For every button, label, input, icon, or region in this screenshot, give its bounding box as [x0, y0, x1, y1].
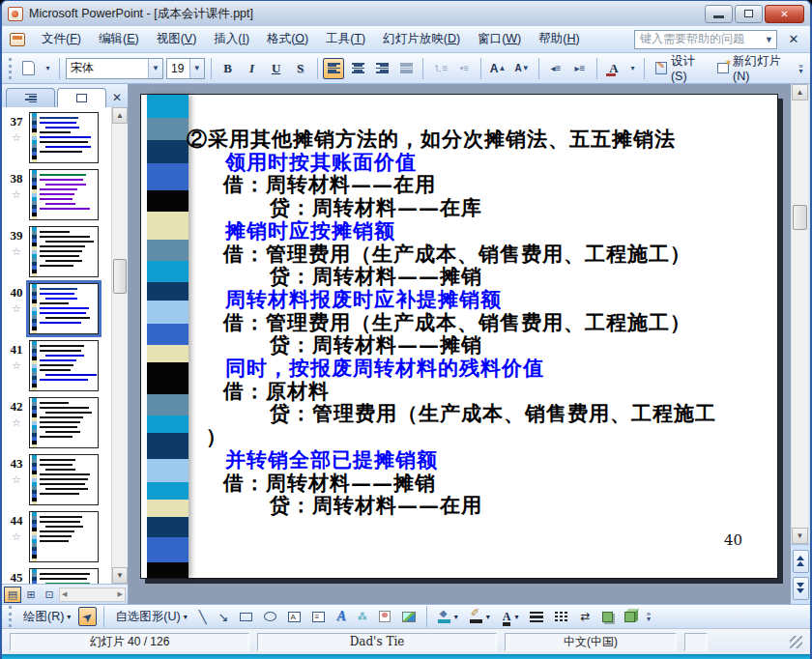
minimize-button[interactable]	[705, 5, 733, 23]
drawbar-overflow-chevron[interactable]: »▾	[643, 605, 655, 628]
slide-thumbnail-41[interactable]: 41☆	[4, 340, 109, 393]
main-scroll-track[interactable]	[792, 100, 808, 528]
menu-item-V[interactable]: 视图(V)	[148, 27, 206, 51]
slide-design-button[interactable]: 设计(S)	[651, 57, 710, 80]
oval-button[interactable]	[260, 607, 280, 626]
close-button[interactable]: ✕	[765, 5, 804, 23]
design-template-indicator[interactable]: Dad's Tie	[257, 633, 497, 651]
toolbar-overflow-chevron[interactable]: »▾	[796, 57, 806, 80]
resize-grip[interactable]	[790, 636, 802, 648]
arrow-style-button[interactable]: ⇄	[576, 607, 594, 626]
fill-color-button[interactable]: ▾	[434, 607, 462, 626]
italic-button[interactable]: I	[242, 58, 263, 79]
increase-font-size-button[interactable]: ▲	[487, 58, 508, 79]
slide-thumbnail-43[interactable]: 43☆	[4, 454, 109, 507]
thumbnail-slide-preview[interactable]	[29, 283, 99, 334]
slide-thumbnail-44[interactable]: 44☆	[4, 511, 109, 564]
increase-indent-button[interactable]: ▸≡	[569, 58, 591, 79]
toolbar-grip[interactable]	[9, 58, 13, 79]
rectangle-button[interactable]	[236, 607, 256, 626]
shadow-button[interactable]: S	[290, 58, 311, 79]
scroll-up-icon[interactable]: ▲	[792, 84, 808, 100]
language-indicator[interactable]: 中文(中国)	[505, 633, 677, 651]
slide-sorter-view-button[interactable]: ⊞	[22, 587, 40, 603]
thumbnail-slide-preview[interactable]	[29, 226, 99, 277]
sidebar-scroll-track[interactable]	[112, 124, 128, 567]
menu-item-W[interactable]: 窗口(W)	[469, 27, 530, 51]
slide-thumbnail-38[interactable]: 38☆	[4, 169, 109, 222]
sidebar-horizontal-scrollbar[interactable]: ◀▶	[59, 587, 126, 602]
slide-thumbnail-45[interactable]: 45☆	[4, 568, 109, 584]
pane-close-button[interactable]: ✕	[108, 88, 126, 107]
menu-item-T[interactable]: 工具(T)	[317, 27, 374, 51]
slide-thumbnail-42[interactable]: 42☆	[4, 397, 109, 450]
draw-menu-button[interactable]: 绘图(R)▾	[19, 607, 74, 626]
document-close-button[interactable]: ✕	[783, 30, 804, 49]
scroll-right-icon[interactable]: ▶	[118, 590, 123, 598]
menu-item-F[interactable]: 文件(F)	[33, 27, 90, 51]
menu-item-O[interactable]: 格式(O)	[258, 27, 317, 51]
line-button[interactable]: ╲	[195, 607, 211, 626]
3d-style-button[interactable]	[621, 607, 639, 626]
insert-picture-button[interactable]	[398, 607, 420, 626]
restore-button[interactable]	[735, 5, 763, 23]
sidebar-scroll-thumb[interactable]	[113, 259, 127, 294]
line-style-button[interactable]	[526, 607, 547, 626]
bullet-list-button[interactable]: •≡	[453, 58, 475, 79]
chevron-down-icon[interactable]: ▼	[148, 59, 162, 78]
thumbnail-slide-preview[interactable]	[29, 511, 99, 562]
menu-item-I[interactable]: 插入(I)	[205, 27, 258, 51]
vertical-text-box-button[interactable]: ≡	[308, 607, 329, 626]
numbered-list-button[interactable]: ⒈≡	[429, 58, 450, 79]
autoshapes-button[interactable]: 自选图形(U)▾	[111, 607, 190, 626]
scroll-up-icon[interactable]: ▲	[112, 107, 128, 124]
menu-item-H[interactable]: 帮助(H)	[530, 27, 588, 51]
select-objects-button[interactable]: ➤	[78, 607, 97, 626]
next-slide-button[interactable]	[793, 577, 809, 600]
font-name-combo[interactable]: 宋体 ▼	[66, 58, 163, 79]
sidebar-scrollbar[interactable]: ▲ ▼	[111, 107, 128, 584]
scroll-left-icon[interactable]: ◀	[62, 590, 67, 598]
main-scroll-thumb[interactable]	[793, 205, 807, 230]
slide-text-block[interactable]: ②采用其他摊销方法的，如分次摊销法、五五摊销法领用时按其账面价值借：周转材料——…	[187, 128, 775, 517]
previous-slide-button[interactable]	[793, 550, 809, 573]
new-slide-button[interactable]: 新幻灯片(N)	[712, 57, 793, 80]
thumbnail-slide-preview[interactable]	[29, 568, 99, 584]
align-left-button[interactable]	[323, 58, 344, 79]
align-right-button[interactable]	[371, 58, 392, 79]
decrease-indent-button[interactable]: ◂≡	[545, 58, 566, 79]
decrease-font-size-button[interactable]: A▼	[511, 58, 533, 79]
line-spacing-button[interactable]	[395, 58, 417, 79]
help-question-box[interactable]: 键入需要帮助的问题 ▼	[634, 30, 777, 49]
thumbnail-slide-preview[interactable]	[29, 340, 99, 391]
thumbnail-slide-preview[interactable]	[29, 454, 99, 505]
slide-thumbnail-40[interactable]: 40☆	[4, 283, 109, 336]
thumbnail-slide-preview[interactable]	[29, 169, 99, 220]
align-center-button[interactable]	[347, 58, 368, 79]
new-presentation-button[interactable]	[18, 58, 40, 79]
clip-art-button[interactable]	[375, 607, 394, 626]
normal-view-button[interactable]: ▤	[4, 587, 21, 603]
wordart-button[interactable]: A	[333, 607, 349, 626]
thumbnail-slide-preview[interactable]	[29, 397, 99, 448]
bold-button[interactable]: B	[218, 58, 239, 79]
menu-item-D[interactable]: 幻灯片放映(D)	[374, 27, 469, 51]
slide-thumbnail-39[interactable]: 39☆	[4, 226, 109, 279]
tab-outline[interactable]	[6, 88, 55, 107]
font-color-button[interactable]: A▾	[498, 607, 523, 626]
slideshow-view-button[interactable]: ⊡	[41, 587, 58, 603]
scroll-down-icon[interactable]: ▼	[112, 567, 128, 584]
main-scrollbar[interactable]: ▲ ▼	[791, 84, 810, 604]
thumbnail-slide-preview[interactable]	[29, 112, 99, 163]
arrow-button[interactable]: ↘	[214, 607, 232, 626]
line-color-button[interactable]: ▾	[466, 607, 494, 626]
font-size-combo[interactable]: 19 ▼	[166, 58, 205, 79]
chevron-down-icon[interactable]: ▼	[189, 59, 204, 78]
menu-item-E[interactable]: 编辑(E)	[90, 27, 148, 51]
toolbar-options-chevron[interactable]: ▾	[43, 57, 53, 80]
scroll-down-icon[interactable]: ▼	[792, 528, 808, 544]
diagram-button[interactable]: ⁂	[354, 607, 371, 626]
font-color-button[interactable]: A	[603, 58, 624, 79]
slide-canvas[interactable]: ②采用其他摊销方法的，如分次摊销法、五五摊销法领用时按其账面价值借：周转材料——…	[140, 94, 778, 579]
dash-style-button[interactable]	[551, 607, 572, 626]
